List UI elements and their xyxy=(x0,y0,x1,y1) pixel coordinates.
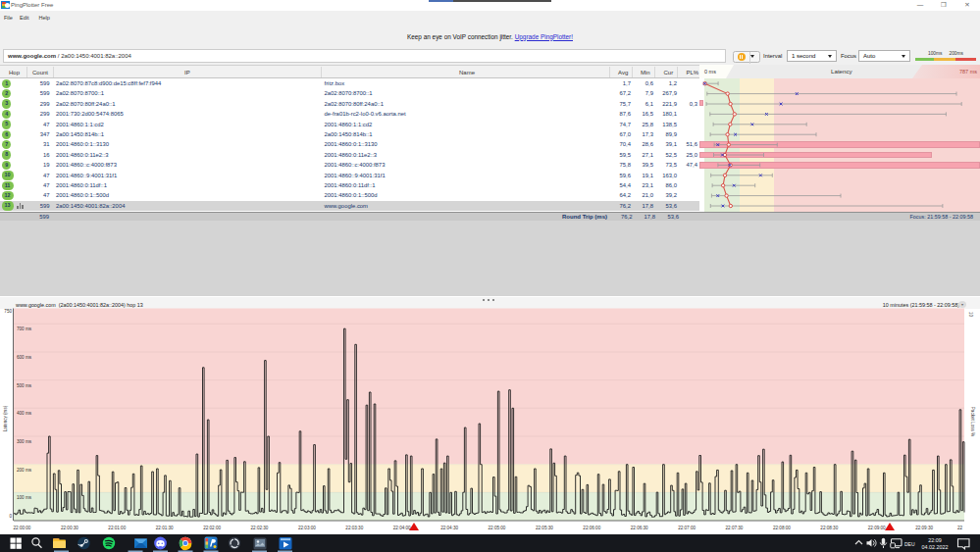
svg-text:100 ms: 100 ms xyxy=(17,495,32,500)
svg-text:Packet Loss %: Packet Loss % xyxy=(970,407,975,436)
svg-text:22:09:00: 22:09:00 xyxy=(868,526,886,530)
svg-text:22:01:30: 22:01:30 xyxy=(156,526,174,530)
svg-text:200 ms: 200 ms xyxy=(17,468,32,473)
svg-text:22:09: 22:09 xyxy=(928,537,942,543)
svg-text:22:07:30: 22:07:30 xyxy=(726,526,744,530)
svg-text:300 ms: 300 ms xyxy=(17,439,32,444)
svg-text:22:00:30: 22:00:30 xyxy=(61,526,78,530)
svg-text:22:02:00: 22:02:00 xyxy=(203,526,221,530)
svg-text:22:08:30: 22:08:30 xyxy=(820,526,838,530)
svg-text:22:04:30: 22:04:30 xyxy=(440,526,458,530)
svg-text:22:05:00: 22:05:00 xyxy=(489,526,506,530)
svg-text:22:08:00: 22:08:00 xyxy=(773,526,791,530)
svg-text:10: 10 xyxy=(968,312,973,318)
svg-text:22:03:00: 22:03:00 xyxy=(298,526,316,530)
svg-text:22:06:00: 22:06:00 xyxy=(583,526,600,530)
svg-text:22:02:30: 22:02:30 xyxy=(251,526,269,530)
svg-text:22:03:30: 22:03:30 xyxy=(345,526,363,530)
svg-text:700 ms: 700 ms xyxy=(17,326,32,331)
svg-text:04.02.2022: 04.02.2022 xyxy=(922,544,949,550)
svg-text:22:04:00: 22:04:00 xyxy=(393,526,411,530)
svg-text:22: 22 xyxy=(957,526,963,530)
svg-text:750: 750 xyxy=(4,309,12,314)
svg-text:22:00:00: 22:00:00 xyxy=(14,526,31,530)
svg-text:Latency (ms): Latency (ms) xyxy=(3,405,8,431)
svg-text:22:05:30: 22:05:30 xyxy=(536,526,553,530)
svg-text:22:07:00: 22:07:00 xyxy=(678,526,696,530)
svg-text:22:01:00: 22:01:00 xyxy=(108,526,126,530)
svg-text:22:09:30: 22:09:30 xyxy=(915,526,933,530)
svg-text:0: 0 xyxy=(9,514,12,519)
svg-text:400 ms: 400 ms xyxy=(17,411,32,416)
svg-text:DEU: DEU xyxy=(904,541,915,547)
svg-text:22:06:30: 22:06:30 xyxy=(631,526,648,530)
svg-text:500 ms: 500 ms xyxy=(17,383,32,388)
svg-text:600 ms: 600 ms xyxy=(17,355,32,360)
